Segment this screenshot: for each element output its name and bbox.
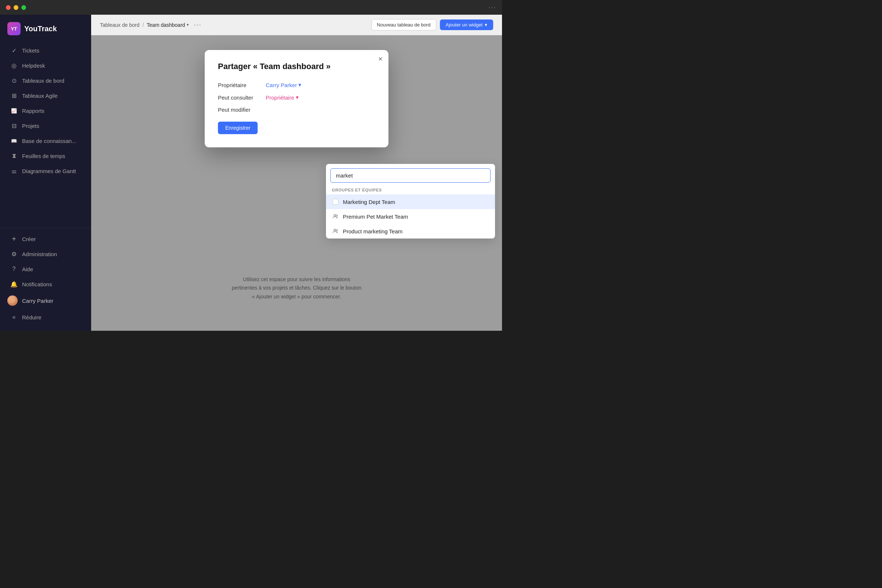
sidebar-item-notifications[interactable]: 🔔 Notifications: [3, 277, 88, 291]
peut-modifier-row: Peut modifier: [218, 106, 375, 113]
sidebar-item-label: Feuilles de temps: [22, 153, 65, 159]
peut-consulter-value[interactable]: Propriétaire ▾: [266, 94, 299, 101]
sidebar-bottom: + Créer ⚙ Administration ? Aide 🔔 Notifi…: [0, 228, 91, 331]
notifications-icon: 🔔: [10, 280, 18, 288]
collapse-label: Réduire: [22, 314, 42, 321]
dashboard-body: × Partager « Team dashboard » Propriétai…: [91, 35, 502, 331]
top-bar: Tableaux de bord / Team dashboard ▾ ··· …: [91, 15, 502, 35]
team-icon: [332, 213, 339, 220]
sidebar-item-diagrammes-gantt[interactable]: ⚌ Diagrammes de Gantt: [3, 164, 88, 178]
svg-point-2: [334, 230, 336, 231]
team-icon: [332, 228, 339, 235]
sidebar-logo[interactable]: YT YouTrack: [0, 15, 91, 41]
sidebar-item-label: Tableaux de bord: [22, 78, 64, 84]
proprietaire-label: Propriétaire: [218, 82, 266, 88]
sidebar-item-label: Helpdesk: [22, 63, 45, 69]
sidebar-item-label: Administration: [22, 251, 57, 257]
groups-dropdown: GROUPES ET ÉQUIPES Marketing Dept Team: [326, 164, 495, 238]
peut-consulter-row: Peut consulter Propriétaire ▾: [218, 94, 375, 101]
sidebar-item-label: Base de connaissan...: [22, 138, 76, 144]
modal-actions: Enregistrer: [218, 122, 375, 134]
modal-close-button[interactable]: ×: [378, 55, 382, 63]
dropdown-item-label: Premium Pet Market Team: [343, 213, 408, 220]
sidebar-item-label: Notifications: [22, 281, 52, 287]
base-connais-icon: 📖: [10, 137, 18, 144]
user-name: Carry Parker: [22, 298, 53, 304]
search-input[interactable]: [330, 168, 490, 183]
peut-modifier-label: Peut modifier: [218, 106, 266, 113]
proprietaire-value[interactable]: Carry Parker ▾: [266, 82, 302, 88]
helpdesk-icon: ◎: [10, 62, 18, 69]
share-modal: × Partager « Team dashboard » Propriétai…: [91, 35, 502, 331]
sidebar-item-rapports[interactable]: 📈 Rapports: [3, 103, 88, 118]
new-dashboard-button[interactable]: Nouveau tableau de bord: [372, 19, 436, 30]
chevron-down-icon: ▾: [296, 94, 299, 101]
peut-consulter-label: Peut consulter: [218, 94, 266, 101]
sidebar-item-projets[interactable]: ⊟ Projets: [3, 118, 88, 133]
dropdown-item-marketing-dept[interactable]: Marketing Dept Team: [326, 194, 495, 209]
window-chrome: ···: [0, 0, 502, 15]
app-name: YouTrack: [24, 25, 57, 33]
plus-icon: +: [10, 235, 18, 243]
rapports-icon: 📈: [10, 107, 18, 114]
main-content: Tableaux de bord / Team dashboard ▾ ··· …: [91, 15, 502, 331]
breadcrumb: Tableaux de bord / Team dashboard ▾ ···: [100, 21, 202, 28]
tableaux-agile-icon: ⊞: [10, 92, 18, 99]
sidebar-item-tableaux-agile[interactable]: ⊞ Tableaux Agile: [3, 88, 88, 103]
collapse-icon: «: [10, 314, 18, 321]
dropdown-item-premium-pet[interactable]: Premium Pet Market Team: [326, 209, 495, 224]
dropdown-section-label: GROUPES ET ÉQUIPES: [326, 184, 495, 194]
sidebar-item-label: Tickets: [22, 47, 39, 54]
sidebar-item-tableaux-bord[interactable]: ⊙ Tableaux de bord: [3, 73, 88, 88]
create-button[interactable]: + Créer: [3, 231, 88, 246]
dropdown-item-label: Marketing Dept Team: [343, 199, 395, 205]
logo-icon: YT: [8, 22, 21, 35]
tableaux-bord-icon: ⊙: [10, 77, 18, 84]
sidebar-item-label: Aide: [22, 266, 33, 272]
checkbox-icon: [332, 198, 339, 206]
maximize-button[interactable]: [21, 5, 26, 10]
modal-box: × Partager « Team dashboard » Propriétai…: [205, 50, 388, 147]
collapse-sidebar-button[interactable]: « Réduire: [3, 310, 88, 324]
administration-icon: ⚙: [10, 250, 18, 258]
window-menu-dots: ···: [488, 4, 496, 11]
current-page-title: Team dashboard: [147, 22, 185, 28]
sidebar-nav: ✓ Tickets ◎ Helpdesk ⊙ Tableaux de bord …: [0, 41, 91, 225]
avatar: [8, 296, 18, 306]
sidebar-item-label: Tableaux Agile: [22, 93, 58, 99]
breadcrumb-current: Team dashboard ▾: [147, 22, 189, 28]
tickets-icon: ✓: [10, 46, 18, 54]
sidebar-item-feuilles-temps[interactable]: ⧗ Feuilles de temps: [3, 148, 88, 163]
breadcrumb-root[interactable]: Tableaux de bord: [100, 22, 139, 28]
minimize-button[interactable]: [14, 5, 18, 10]
dropdown-item-product-marketing[interactable]: Product marketing Team: [326, 224, 495, 238]
modal-title: Partager « Team dashboard »: [218, 62, 375, 71]
add-widget-button[interactable]: Ajouter un widget ▾: [440, 20, 493, 30]
app-layout: YT YouTrack ✓ Tickets ◎ Helpdesk ⊙ Table…: [0, 15, 502, 331]
chevron-down-icon: ▾: [485, 22, 487, 28]
svg-point-1: [336, 214, 338, 216]
sidebar-item-helpdesk[interactable]: ◎ Helpdesk: [3, 58, 88, 73]
sidebar-item-administration[interactable]: ⚙ Administration: [3, 247, 88, 261]
chevron-down-icon[interactable]: ▾: [187, 22, 189, 27]
proprietaire-row: Propriétaire Carry Parker ▾: [218, 82, 375, 88]
breadcrumb-separator: /: [142, 22, 144, 28]
dropdown-item-label: Product marketing Team: [343, 228, 402, 234]
svg-point-3: [336, 230, 338, 231]
enregistrer-button[interactable]: Enregistrer: [218, 122, 258, 134]
sidebar-item-label: Diagrammes de Gantt: [22, 168, 76, 174]
sidebar-item-tickets[interactable]: ✓ Tickets: [3, 43, 88, 58]
feuilles-temps-icon: ⧗: [10, 152, 18, 159]
diagrammes-gantt-icon: ⚌: [10, 167, 18, 175]
sidebar-item-label: Rapports: [22, 108, 45, 114]
top-bar-actions: Nouveau tableau de bord Ajouter un widge…: [372, 19, 493, 30]
user-profile[interactable]: Carry Parker: [0, 292, 91, 309]
chevron-down-icon: ▾: [298, 82, 302, 88]
svg-point-0: [334, 214, 336, 216]
aide-icon: ?: [10, 266, 18, 273]
page-menu-dots[interactable]: ···: [194, 21, 202, 28]
close-button[interactable]: [6, 5, 10, 10]
sidebar-item-aide[interactable]: ? Aide: [3, 262, 88, 276]
sidebar-item-label: Projets: [22, 123, 39, 129]
sidebar-item-base-connais[interactable]: 📖 Base de connaissan...: [3, 134, 88, 148]
